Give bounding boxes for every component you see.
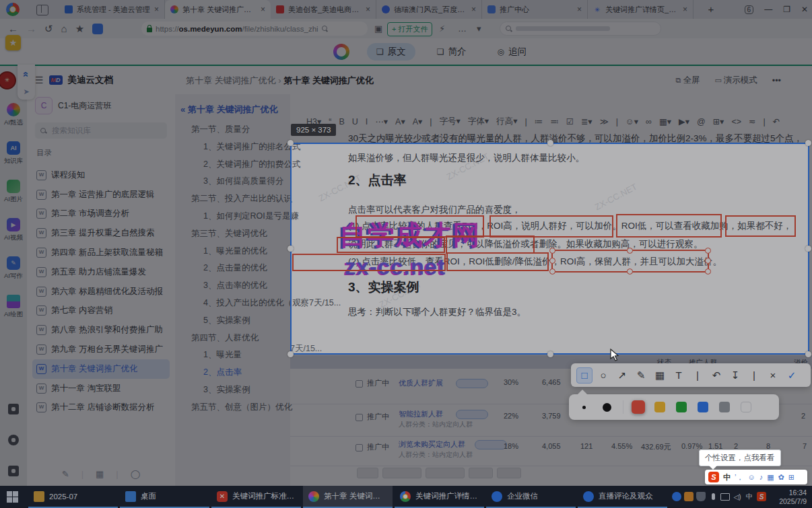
view-tab[interactable]: ◎ 追问	[488, 43, 536, 61]
ime-lang-toggle[interactable]: 中	[723, 472, 731, 482]
zoom-search-icon[interactable]	[322, 26, 328, 32]
selection-handle[interactable]	[805, 351, 811, 357]
chapter-list-item[interactable]: W 第三章 提升权重之自然搜索	[32, 223, 170, 243]
color-swatch[interactable]	[719, 402, 730, 412]
calendar-icon[interactable]: ▦	[96, 469, 104, 479]
color-swatch[interactable]	[698, 402, 708, 412]
annotation-tool-icon[interactable]: ▦	[652, 367, 668, 384]
outline-title[interactable]: « 第十章 关键词推广优化	[180, 104, 277, 116]
annotation-tool-icon[interactable]: ✎	[633, 367, 649, 384]
stroke-size-small[interactable]	[577, 400, 590, 414]
table-action-chip[interactable]	[382, 468, 421, 478]
outline-item[interactable]: 2、点击量的优化	[175, 260, 290, 277]
class-selector[interactable]: C C1-电商运营班	[35, 97, 111, 114]
annotation-tool-icon[interactable]: ↶	[708, 367, 724, 384]
outline-item[interactable]: 第五节、创意（图片）优化	[175, 399, 290, 416]
tab-close-icon[interactable]: ×	[261, 5, 265, 14]
tray-ime-lang[interactable]: 中	[745, 492, 754, 501]
rail-tool[interactable]: ▶ AI视频	[0, 211, 27, 249]
outline-item[interactable]: 2、关键词推广的扣费公式	[175, 156, 290, 174]
editor-tool-icon[interactable]: ☑	[566, 116, 574, 126]
annotation-tool-icon[interactable]: ↧	[727, 367, 743, 384]
annotation-tool-icon[interactable]: |	[746, 367, 762, 384]
rail-tool[interactable]: AI绘图	[0, 287, 27, 326]
editor-tool-icon[interactable]: 行高▾	[496, 116, 517, 127]
editor-tool-icon[interactable]: ≕	[550, 116, 559, 126]
color-swatch[interactable]	[676, 402, 687, 412]
table-action-chip[interactable]	[426, 468, 465, 478]
editor-tool-icon[interactable]: U	[352, 117, 358, 126]
selection-handle[interactable]	[287, 246, 294, 252]
close-window-button[interactable]: ✕	[801, 5, 808, 14]
annotation-rect[interactable]	[616, 214, 722, 238]
pin-icon[interactable]: ➤	[23, 87, 29, 96]
new-tab-button[interactable]: +	[704, 3, 718, 16]
browser-tab[interactable]: 德瑞澳门风云_百度搜索 ×	[376, 0, 482, 19]
reload-icon[interactable]: ↺	[44, 23, 53, 35]
selection-handle[interactable]	[287, 140, 294, 146]
url-text[interactable]: https://os.medeyun.com/file/zhishiku/cla…	[156, 25, 318, 33]
selection-handle[interactable]	[547, 351, 553, 357]
outline-item[interactable]: 第二节、投入产出比的认识	[175, 190, 290, 208]
minimize-button[interactable]: —	[764, 5, 772, 14]
table-action-chip[interactable]	[357, 468, 378, 478]
browser-tab[interactable]: ✳ 关键词推广详情页_万相 ×	[588, 0, 693, 19]
editor-tool-icon[interactable]: ☺▾	[625, 116, 638, 126]
tab-close-icon[interactable]: ×	[366, 5, 370, 14]
outline-item[interactable]: 第一节、质量分	[175, 121, 290, 139]
lock-icon[interactable]	[147, 28, 152, 32]
editor-tool-icon[interactable]: I	[366, 117, 368, 126]
plugin-icon[interactable]	[8, 404, 19, 414]
chapter-list-item[interactable]: W 课程须知	[32, 166, 170, 185]
collapse-icon[interactable]: «	[180, 104, 185, 114]
breadcrumb[interactable]: 第十章 关键词推广优化 › 第十章 关键词推广优化	[186, 75, 374, 87]
annotation-rect[interactable]	[446, 252, 549, 271]
taskbar-button[interactable]: 第十章 关键词推广...	[303, 486, 393, 508]
taskbar-button[interactable]: 直播评论及观众	[578, 486, 667, 508]
color-swatch[interactable]	[654, 402, 665, 412]
red-seal-badge[interactable]: ✳	[0, 71, 16, 89]
more-actions-button[interactable]: •••	[772, 76, 781, 85]
chapter-list-item[interactable]: W 第十一章 淘宝联盟	[32, 379, 170, 398]
annotation-rect[interactable]	[337, 237, 445, 253]
annotation-tool-icon[interactable]: ✓	[784, 367, 800, 384]
tab-close-icon[interactable]: ×	[154, 5, 159, 14]
tab-close-icon[interactable]: ×	[471, 5, 476, 14]
chevron-down-icon[interactable]: ▾	[477, 24, 481, 34]
annotation-tool-icon[interactable]: ↗	[614, 367, 630, 384]
sidebar-collapse-pill[interactable]: « ➤	[18, 65, 35, 100]
taskbar-button[interactable]: 2025-07	[28, 486, 118, 508]
outline-item[interactable]: 3、点击率的优化	[175, 277, 290, 295]
rail-tool[interactable]: AI甄选	[0, 96, 27, 134]
outline-item[interactable]: 1、曝光量的优化	[175, 243, 290, 260]
outline-item[interactable]: 3、实操案例	[175, 382, 290, 399]
outline-item[interactable]: 4、投入产出比的优化（观察7天/15...	[175, 295, 290, 312]
history-clock-icon[interactable]	[8, 435, 19, 445]
annotation-tool-icon[interactable]: □	[576, 367, 593, 384]
rail-tool[interactable]: AI 知识库	[0, 134, 27, 172]
forward-icon[interactable]: →	[26, 23, 36, 34]
editor-tool-icon[interactable]: ⋯▾	[375, 116, 388, 126]
taskbar-button[interactable]: 关键词推广详情页...	[395, 486, 484, 508]
editor-tool-icon[interactable]: ⊞▾	[713, 116, 724, 126]
stroke-size-large[interactable]	[600, 400, 613, 414]
sidebar-menu-icon[interactable]: ☰	[35, 75, 44, 85]
annotation-rect-selected[interactable]	[551, 250, 709, 273]
selection-handle[interactable]	[805, 246, 811, 252]
editor-tool-icon[interactable]: ≣▾	[581, 116, 593, 126]
row-checkbox[interactable]	[356, 444, 363, 451]
table-action-chip[interactable]	[469, 468, 493, 478]
editor-tool-icon[interactable]: |	[525, 117, 527, 126]
chapter-list-item[interactable]: W 第五章 助力店铺流量爆发	[32, 262, 170, 282]
editor-tool-icon[interactable]: ≔	[535, 116, 543, 126]
chapter-list-item[interactable]: W 第十二章 店铺诊断数据分析	[32, 398, 170, 418]
lightning-extension-icon[interactable]: ⚡	[439, 24, 445, 34]
editor-tool-icon[interactable]: 字体▾	[468, 116, 489, 127]
taskbar-clock[interactable]: 16:34 2025/7/9	[779, 488, 807, 505]
split-view-icon[interactable]	[36, 5, 48, 15]
tab-count-badge[interactable]: 6	[745, 5, 754, 14]
selection-handle[interactable]	[547, 140, 553, 146]
annotation-tool-icon[interactable]: |	[689, 367, 706, 384]
browser-tab[interactable]: 美迪创客_美迪电商_美 ×	[271, 0, 376, 19]
home-icon[interactable]: ⌂	[61, 23, 67, 34]
